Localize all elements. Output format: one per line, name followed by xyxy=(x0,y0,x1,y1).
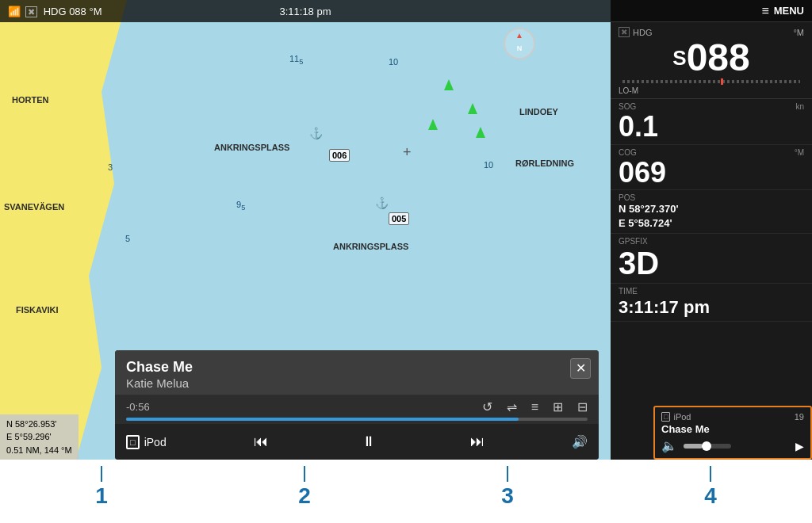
sog-value: 0.1 xyxy=(619,111,804,143)
progress-track[interactable] xyxy=(126,418,588,421)
mini-vol-icon: 🔈 xyxy=(661,438,677,453)
gps-lat: N 58°26.953' xyxy=(6,418,72,431)
hdg-section: ✖ HDG °M S 088 LO-M xyxy=(611,22,812,99)
anchor-005: ⚓ xyxy=(375,197,389,209)
media-close-button[interactable]: ✕ xyxy=(570,358,591,379)
ipod-icon: □ xyxy=(126,435,140,449)
signal-icon: 📶 xyxy=(8,6,21,17)
volume-slider[interactable] xyxy=(684,444,731,449)
screen-button[interactable] xyxy=(577,399,588,414)
annotation-3: 3 xyxy=(406,466,609,509)
menu-bar[interactable]: ≡ MENU xyxy=(611,0,812,22)
time-elapsed: -0:56 xyxy=(126,401,158,413)
cog-unit: °M xyxy=(795,148,804,157)
hdg-label: HDG xyxy=(633,28,652,37)
time-value: 3:11:17 pm xyxy=(619,296,804,320)
mini-source: □ iPod xyxy=(661,412,691,422)
gps-dist: 0.51 NM, 144 °M xyxy=(6,444,72,457)
depth-5: 5 xyxy=(125,234,130,243)
progress-fill xyxy=(126,418,519,421)
gps-lon: E 5°59.296' xyxy=(6,430,72,444)
depth-9: 95 xyxy=(236,200,245,212)
pos-lat: N 58°27.370' xyxy=(619,202,804,216)
progress-container[interactable] xyxy=(115,418,599,421)
ann-line-3 xyxy=(507,466,508,482)
media-title: Chase Me xyxy=(126,358,588,376)
ann-line-2 xyxy=(304,466,305,482)
label-svanev: SVANEVÄGEN xyxy=(4,202,64,212)
depth-11: 115 xyxy=(289,54,303,66)
channel-marker xyxy=(428,119,438,130)
time-label: TIME xyxy=(619,287,638,296)
lo-m-label: LO-M xyxy=(619,86,804,95)
menu-button[interactable]: MENU xyxy=(774,5,804,17)
ann-line-4 xyxy=(710,466,711,482)
annotation-1: 1 xyxy=(0,466,203,509)
cog-value: 069 xyxy=(619,157,804,189)
pos-row: POS N 58°27.370' E 5°58.724' xyxy=(611,190,812,233)
gpsfix-value: 3D xyxy=(619,246,804,281)
media-header: Chase Me Katie Melua ✕ xyxy=(115,350,599,395)
gpsfix-label: GPSFIX xyxy=(619,237,648,246)
rewind-button[interactable]: ⏮ xyxy=(247,430,274,453)
compass-rose: N xyxy=(504,28,535,59)
media-player: Chase Me Katie Melua ✕ -0:56 □ iPod ⏮ ⏸ … xyxy=(115,350,599,460)
annotation-4: 4 xyxy=(609,466,812,509)
mini-song-title: Chase Me xyxy=(661,423,804,435)
anchor-006: ⚓ xyxy=(309,127,323,139)
sog-unit: kn xyxy=(795,102,804,111)
depth-3: 3 xyxy=(108,162,113,172)
menu-icon: ≡ xyxy=(761,4,768,18)
cog-row: COG °M 069 xyxy=(611,145,812,191)
fast-forward-button[interactable]: ⏭ xyxy=(464,430,491,453)
label-ankring2: ANKRINGSPLASS xyxy=(333,242,408,251)
source-name: iPod xyxy=(144,436,167,449)
repeat-button[interactable] xyxy=(482,399,492,414)
waypoint-005: 005 xyxy=(389,212,409,225)
depth-10a: 10 xyxy=(389,57,398,67)
map-topbar: 📶 ✖ HDG 088 °M 3:11:18 pm xyxy=(0,0,611,22)
gps-info: N 58°26.953' E 5°59.296' 0.51 NM, 144 °M xyxy=(0,414,79,460)
waypoint-006: 006 xyxy=(329,149,350,162)
mini-ipod-icon: □ xyxy=(661,412,670,422)
source-label: □ iPod xyxy=(126,435,167,449)
land-mass-left xyxy=(0,0,127,460)
label-rorledning: RØRLEDNING xyxy=(515,158,574,168)
time-row: TIME 3:11:17 pm xyxy=(611,284,812,323)
heading-label-map: ✖ HDG 088 °M xyxy=(25,6,102,17)
depth-10b: 10 xyxy=(484,160,493,170)
volume-button[interactable]: 🔊 xyxy=(572,434,588,449)
mini-next-button[interactable]: ▶ xyxy=(795,440,804,452)
gpsfix-row: GPSFIX 3D xyxy=(611,234,812,284)
channel-marker xyxy=(476,127,485,138)
pos-lon: E 5°58.724' xyxy=(619,216,804,231)
mini-source-label: iPod xyxy=(673,412,691,422)
annotation-bar: 1 2 3 4 xyxy=(0,460,812,523)
ann-number-2: 2 xyxy=(298,483,311,509)
ann-line-1 xyxy=(101,466,102,482)
ann-number-3: 3 xyxy=(501,483,514,509)
media-controls-row: -0:56 xyxy=(115,395,599,418)
ann-number-1: 1 xyxy=(95,483,108,509)
mini-track-number: 19 xyxy=(795,412,804,422)
mini-player: □ iPod 19 Chase Me 🔈 ▶ xyxy=(653,406,812,460)
channel-marker xyxy=(444,79,454,90)
cog-label: COG xyxy=(619,148,637,157)
annotation-2: 2 xyxy=(203,466,406,509)
ann-number-4: 4 xyxy=(704,483,717,509)
label-fiskaviki: FISKAVIKI xyxy=(16,305,59,315)
eq-button[interactable] xyxy=(553,399,563,414)
hdg-unit: °M xyxy=(793,28,804,37)
label-horten: HORTEN xyxy=(12,95,48,105)
sog-row: SOG kn 0.1 xyxy=(611,99,812,145)
label-lindoey: LINDOEY xyxy=(519,107,558,116)
list-button[interactable] xyxy=(531,400,538,414)
scale-bar xyxy=(619,78,804,85)
hdg-prefix: S xyxy=(672,46,686,71)
time-display: 3:11:18 pm xyxy=(279,6,331,17)
label-ankring1: ANKRINGSPLASS xyxy=(214,143,289,152)
media-bottom-controls: □ iPod ⏮ ⏸ ⏭ 🔊 xyxy=(115,424,599,460)
media-artist: Katie Melua xyxy=(126,376,588,390)
shuffle-button[interactable] xyxy=(507,399,517,414)
pause-button[interactable]: ⏸ xyxy=(355,430,382,453)
